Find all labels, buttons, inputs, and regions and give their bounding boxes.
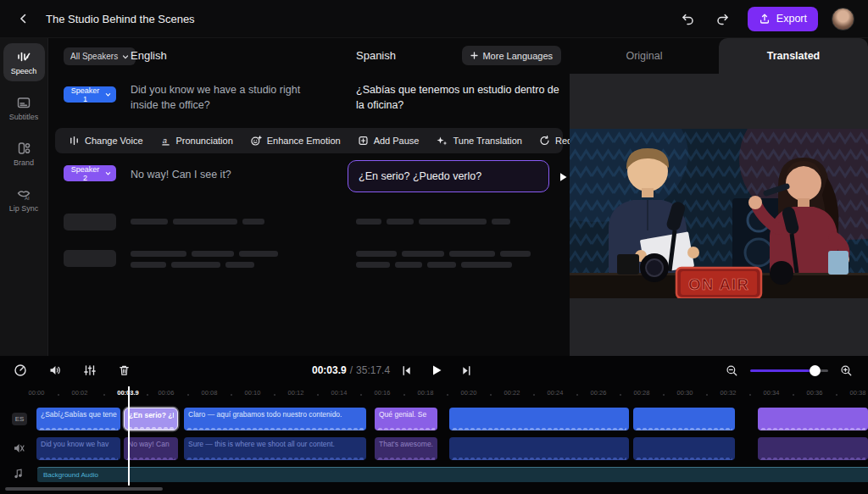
speaker-filter-dropdown[interactable]: All Speakers <box>64 47 136 65</box>
timeline-segment[interactable] <box>758 437 868 460</box>
tune-translation-button[interactable]: Tune Translation <box>427 128 531 153</box>
sidebar-label: Subtitles <box>9 113 39 121</box>
target-text-row1[interactable]: ¿Sabías que tenemos un estudio dentro de… <box>356 82 564 113</box>
ruler-dot <box>533 394 535 396</box>
back-button[interactable] <box>14 8 34 29</box>
undo-button[interactable] <box>676 8 698 30</box>
speaker-filter-label: All Speakers <box>70 52 118 61</box>
timeline-zoom-slider[interactable] <box>750 369 828 372</box>
skeleton-speaker-pill <box>64 250 116 267</box>
timeline-segment[interactable]: ¿En serio? ¿Pu <box>124 408 178 430</box>
timeline-segment[interactable]: Qué genial. Se <box>375 408 437 430</box>
delete-button[interactable] <box>114 360 134 380</box>
segment-waveform <box>377 425 435 430</box>
skip-to-start-button[interactable] <box>397 361 416 380</box>
ruler-tick: 00:14 <box>331 389 348 397</box>
speaker-2-pill[interactable]: Speaker 2 <box>64 165 116 181</box>
source-text-row1[interactable]: Did you know we have a studio right insi… <box>131 82 326 113</box>
project-title: The Studio Behind the Scenes <box>46 13 195 25</box>
play-small-icon <box>559 172 568 182</box>
zoom-in-button[interactable] <box>837 361 856 380</box>
timeline-segment[interactable] <box>449 408 629 430</box>
sidebar-item-lipsync[interactable]: AI Lip Sync <box>3 180 45 219</box>
redo-button[interactable] <box>712 8 734 30</box>
timeline-controls: 00:03.9 / 35:17.4 <box>0 356 868 385</box>
skeleton-text-bar <box>402 251 444 257</box>
timeline-segment[interactable]: Did you know we hav <box>36 437 120 460</box>
add-pause-button[interactable]: Add Pause <box>349 128 428 153</box>
background-audio-label: Background Audio <box>43 471 98 479</box>
skip-to-end-button[interactable] <box>457 361 476 380</box>
more-languages-button[interactable]: More Languages <box>462 46 561 65</box>
timeline-segment[interactable] <box>758 408 868 430</box>
timeline-segment[interactable]: Claro — aquí grabamos todo nuestro conte… <box>184 408 366 430</box>
track-settings-button[interactable] <box>80 360 100 380</box>
ruler-dot <box>706 394 708 396</box>
skeleton-text-bar <box>356 262 390 268</box>
sidebar-item-speech[interactable]: Speech <box>3 43 45 81</box>
user-avatar[interactable] <box>832 8 854 31</box>
skeleton-text-bar <box>449 251 495 257</box>
sidebar-item-brand[interactable]: Brand <box>3 135 45 173</box>
pronunciation-button[interactable]: a Pronunciation <box>152 128 242 153</box>
timeline-segment[interactable]: Sure — this is where we shoot all our co… <box>184 437 366 460</box>
tune-translation-icon <box>436 135 448 147</box>
skeleton-text-bar <box>419 219 487 225</box>
ruler-tick: 00:22 <box>504 389 520 397</box>
timeline-horizontal-scrollbar[interactable] <box>5 487 163 491</box>
enhance-emotion-icon <box>250 135 262 147</box>
tab-translated[interactable]: Translated <box>719 38 868 74</box>
export-button[interactable]: Export <box>748 7 818 31</box>
speaker-1-pill[interactable]: Speaker 1 <box>64 86 116 103</box>
enhance-emotion-button[interactable]: Enhance Emotion <box>242 128 349 153</box>
skeleton-text-bar <box>356 251 397 257</box>
zoom-out-button[interactable] <box>722 361 742 380</box>
ruler-dot <box>274 394 275 396</box>
play-button[interactable] <box>426 360 447 380</box>
ruler-dot <box>663 394 665 396</box>
transcript-panel: All Speakers English Spanish More Langua… <box>48 38 570 356</box>
change-voice-button[interactable]: Change Voice <box>60 128 152 153</box>
ruler-dot <box>576 394 578 396</box>
pronunciation-icon: a <box>160 135 171 147</box>
ruler-tick: 00:26 <box>591 389 607 397</box>
ruler-tick: 00:00 <box>29 389 45 397</box>
sidebar-label: Brand <box>14 158 34 167</box>
change-voice-icon <box>69 135 80 147</box>
timeline-segment[interactable]: No way! Can <box>124 437 178 460</box>
play-segment-button[interactable] <box>557 170 570 184</box>
video-preview-frame[interactable]: ON AIR <box>570 129 868 298</box>
speaker-pill-label: Speaker 2 <box>69 165 102 182</box>
zoom-slider-knob[interactable] <box>810 365 821 376</box>
sidebar-item-subtitles[interactable]: Subtitles <box>3 89 45 127</box>
skeleton-text-bar <box>387 219 414 225</box>
toolbar-label: Enhance Emotion <box>267 136 341 146</box>
timeline-segment[interactable] <box>633 408 735 430</box>
timeline-segment[interactable] <box>449 437 629 460</box>
volume-button[interactable] <box>45 360 65 380</box>
ruler-tick: 00:24 <box>548 389 564 397</box>
source-text-row2[interactable]: No way! Can I see it? <box>131 167 326 182</box>
timeline-segment[interactable] <box>633 437 735 460</box>
svg-text:AI: AI <box>25 196 30 201</box>
total-time: 35:17.4 <box>356 364 390 376</box>
left-sidebar: Speech Subtitles Brand AI Lip Sync <box>0 38 48 356</box>
playback-speed-button[interactable] <box>10 360 31 380</box>
speed-gauge-icon <box>14 364 27 377</box>
timeline-segment[interactable]: That's awesome. <box>375 437 437 460</box>
playhead[interactable] <box>128 386 130 486</box>
timeline-segment[interactable]: ¿Sabí¿Sabías que tener <box>36 408 120 430</box>
segment-waveform <box>39 454 118 460</box>
toolbar-label: Change Voice <box>85 136 143 146</box>
redub-button[interactable]: Redub <box>531 128 570 153</box>
tab-original[interactable]: Original <box>570 38 719 74</box>
timeline-ruler[interactable]: 00:0000:0200:03.900:0600:0800:1000:1200:… <box>0 386 868 405</box>
ruler-dot <box>360 394 362 396</box>
redub-icon <box>539 135 550 147</box>
translation-edit-field[interactable]: ¿En serio? ¿Puedo verlo? <box>348 160 549 192</box>
play-icon <box>430 364 443 377</box>
toolbar-label: Add Pause <box>374 136 420 146</box>
segment-waveform <box>760 425 865 430</box>
background-audio-clip[interactable]: Background Audio <box>37 467 868 482</box>
music-note-icon[interactable] <box>13 467 25 480</box>
